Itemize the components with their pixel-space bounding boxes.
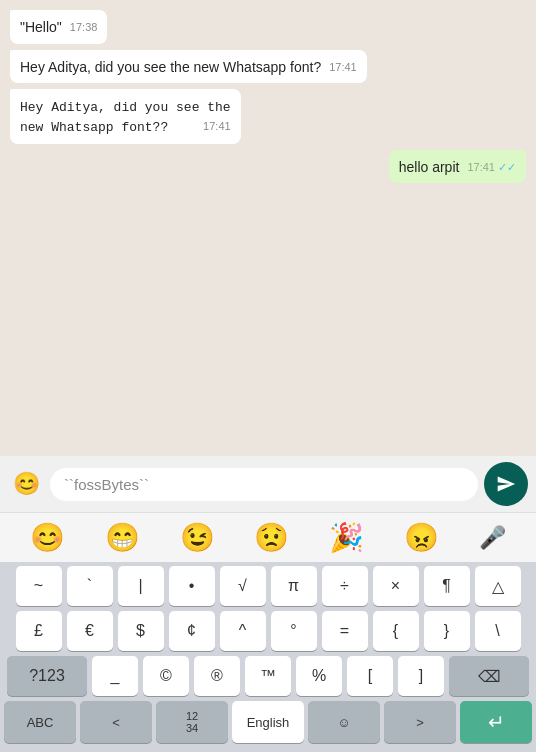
key-degree[interactable]: ° xyxy=(271,611,317,651)
key-equals[interactable]: = xyxy=(322,611,368,651)
keyboard-row-1: ~ ` | • √ π ÷ × ¶ △ xyxy=(2,566,534,606)
emoji-smile[interactable]: 😊 xyxy=(30,521,65,554)
key-dollar[interactable]: $ xyxy=(118,611,164,651)
message-time: 17:41 xyxy=(203,119,231,134)
key-underscore[interactable]: _ xyxy=(92,656,138,696)
key-numbers[interactable]: 12 34 xyxy=(156,701,228,743)
emoji-button[interactable]: 😊 xyxy=(8,466,44,502)
received-bubble: "Hello" 17:38 xyxy=(10,10,107,44)
key-cent[interactable]: ¢ xyxy=(169,611,215,651)
key-pipe[interactable]: | xyxy=(118,566,164,606)
keyboard: ~ ` | • √ π ÷ × ¶ △ £ € $ ¢ ^ ° = { } \ … xyxy=(0,562,536,752)
key-backslash[interactable]: \ xyxy=(475,611,521,651)
send-button[interactable] xyxy=(484,462,528,506)
message-row: Hey Aditya, did you see the new Whatsapp… xyxy=(10,50,526,84)
sent-bubble: hello arpit 17:41 ✓✓ xyxy=(389,150,526,184)
key-divide[interactable]: ÷ xyxy=(322,566,368,606)
message-text: hello arpit xyxy=(399,159,460,175)
key-pi[interactable]: π xyxy=(271,566,317,606)
emoji-party[interactable]: 🎉 xyxy=(329,521,364,554)
message-time: 17:41 xyxy=(329,60,357,75)
message-text: Hey Aditya, did you see thenew Whatsapp … xyxy=(20,100,231,135)
key-pound[interactable]: £ xyxy=(16,611,62,651)
key-paragraph[interactable]: ¶ xyxy=(424,566,470,606)
key-lt[interactable]: < xyxy=(80,701,152,743)
key-copyright[interactable]: © xyxy=(143,656,189,696)
numbers-stacked: 12 34 xyxy=(186,710,198,734)
key-triangle[interactable]: △ xyxy=(475,566,521,606)
emoji-icon: 😊 xyxy=(13,471,40,497)
read-ticks: ✓✓ xyxy=(498,161,516,173)
emoji-sad[interactable]: 😟 xyxy=(254,521,289,554)
emoji-wink[interactable]: 😉 xyxy=(180,521,215,554)
key-lbrace[interactable]: { xyxy=(373,611,419,651)
received-bubble: Hey Aditya, did you see the new Whatsapp… xyxy=(10,50,367,84)
mic-icon[interactable]: 🎤 xyxy=(479,525,506,551)
key-enter[interactable]: ↵ xyxy=(460,701,532,743)
key-caret[interactable]: ^ xyxy=(220,611,266,651)
keyboard-row-3: ?123 _ © ® ™ % [ ] ⌫ xyxy=(2,656,534,696)
key-multiply[interactable]: × xyxy=(373,566,419,606)
key-rbrace[interactable]: } xyxy=(424,611,470,651)
message-time: 17:41 ✓✓ xyxy=(467,160,516,175)
message-row: "Hello" 17:38 xyxy=(10,10,526,44)
key-lbracket[interactable]: [ xyxy=(347,656,393,696)
key-trademark[interactable]: ™ xyxy=(245,656,291,696)
message-text: Hey Aditya, did you see the new Whatsapp… xyxy=(20,59,321,75)
emoji-grin[interactable]: 😁 xyxy=(105,521,140,554)
input-text: ``fossBytes`` xyxy=(64,476,149,493)
key-rbracket[interactable]: ] xyxy=(398,656,444,696)
key-space[interactable]: English xyxy=(232,701,304,743)
key-euro[interactable]: € xyxy=(67,611,113,651)
message-row: Hey Aditya, did you see thenew Whatsapp … xyxy=(10,89,526,143)
key-bullet[interactable]: • xyxy=(169,566,215,606)
keyboard-row-2: £ € $ ¢ ^ ° = { } \ xyxy=(2,611,534,651)
key-registered[interactable]: ® xyxy=(194,656,240,696)
message-time: 17:38 xyxy=(70,20,98,35)
input-area: 😊 ``fossBytes`` xyxy=(0,456,536,512)
key-gt[interactable]: > xyxy=(384,701,456,743)
key-sqrt[interactable]: √ xyxy=(220,566,266,606)
key-abc[interactable]: ABC xyxy=(4,701,76,743)
message-input[interactable]: ``fossBytes`` xyxy=(50,468,478,501)
message-text: "Hello" xyxy=(20,19,62,35)
message-row: hello arpit 17:41 ✓✓ xyxy=(10,150,526,184)
emoji-angry[interactable]: 😠 xyxy=(404,521,439,554)
received-bubble: Hey Aditya, did you see thenew Whatsapp … xyxy=(10,89,241,143)
send-icon xyxy=(496,474,516,494)
keyboard-row-4: ABC < 12 34 English ☺ > ↵ xyxy=(2,701,534,743)
key-emoji[interactable]: ☺ xyxy=(308,701,380,743)
emoji-row: 😊 😁 😉 😟 🎉 😠 🎤 xyxy=(0,512,536,562)
key-percent[interactable]: % xyxy=(296,656,342,696)
key-backtick[interactable]: ` xyxy=(67,566,113,606)
key-mode[interactable]: ?123 xyxy=(7,656,87,696)
key-tilde[interactable]: ~ xyxy=(16,566,62,606)
chat-area: "Hello" 17:38 Hey Aditya, did you see th… xyxy=(0,0,536,456)
backspace-key[interactable]: ⌫ xyxy=(449,656,529,696)
